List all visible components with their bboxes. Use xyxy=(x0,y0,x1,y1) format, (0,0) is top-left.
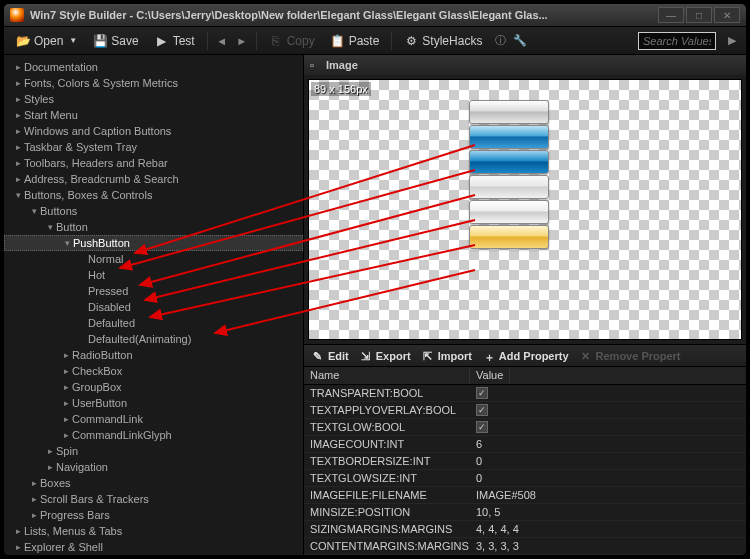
column-value[interactable]: Value xyxy=(470,367,510,384)
tree-item-address-breadcrumb-search[interactable]: ▸Address, Breadcrumb & Search xyxy=(4,171,303,187)
tree-expander-icon[interactable]: ▾ xyxy=(12,190,24,200)
tree-expander-icon[interactable]: ▸ xyxy=(12,62,24,72)
tree-item-hot[interactable]: Hot xyxy=(4,267,303,283)
tree-item-lists-menus-tabs[interactable]: ▸Lists, Menus & Tabs xyxy=(4,523,303,539)
property-value[interactable]: 6 xyxy=(470,438,746,450)
property-value[interactable]: 0 xyxy=(470,455,746,467)
tree-item-spin[interactable]: ▸Spin xyxy=(4,443,303,459)
tree-item-userbutton[interactable]: ▸UserButton xyxy=(4,395,303,411)
tree-item-defaulted[interactable]: Defaulted xyxy=(4,315,303,331)
property-value[interactable]: 3, 3, 3, 3 xyxy=(470,540,746,552)
export-button[interactable]: ⇲Export xyxy=(356,348,416,364)
property-row[interactable]: MINSIZE:POSITION10, 5 xyxy=(304,504,746,521)
property-row[interactable]: CONTENTMARGINS:MARGINS3, 3, 3, 3 xyxy=(304,538,746,555)
tree-item-navigation[interactable]: ▸Navigation xyxy=(4,459,303,475)
edit-button[interactable]: ✎Edit xyxy=(308,348,354,364)
tree-expander-icon[interactable]: ▸ xyxy=(60,414,72,424)
open-button[interactable]: 📂Open▼ xyxy=(10,31,83,51)
image-preview-area[interactable]: 89 x 156px xyxy=(308,79,742,340)
back-button[interactable]: ◄ xyxy=(214,33,230,49)
tree-item-buttons[interactable]: ▾Buttons xyxy=(4,203,303,219)
tree-expander-icon[interactable]: ▸ xyxy=(12,142,24,152)
tree-item-buttons-boxes-controls[interactable]: ▾Buttons, Boxes & Controls xyxy=(4,187,303,203)
tree-item-pushbutton[interactable]: ▾PushButton xyxy=(4,235,303,251)
tree-item-radiobutton[interactable]: ▸RadioButton xyxy=(4,347,303,363)
copy-button[interactable]: ⎘Copy xyxy=(263,31,321,51)
checkbox[interactable]: ✓ xyxy=(476,404,488,416)
property-row[interactable]: SIZINGMARGINS:MARGINS4, 4, 4, 4 xyxy=(304,521,746,538)
search-input[interactable] xyxy=(638,32,716,50)
settings-button[interactable]: 🔧 xyxy=(512,33,528,49)
property-value[interactable]: ✓ xyxy=(470,421,746,433)
checkbox[interactable]: ✓ xyxy=(476,421,488,433)
tree-expander-icon[interactable]: ▸ xyxy=(60,350,72,360)
tree-item-checkbox[interactable]: ▸CheckBox xyxy=(4,363,303,379)
tree-expander-icon[interactable]: ▸ xyxy=(44,462,56,472)
tree-expander-icon[interactable]: ▸ xyxy=(12,94,24,104)
property-row[interactable]: TEXTAPPLYOVERLAY:BOOL✓ xyxy=(304,402,746,419)
info-button[interactable]: ⓘ xyxy=(492,33,508,49)
tree-item-groupbox[interactable]: ▸GroupBox xyxy=(4,379,303,395)
property-row[interactable]: TEXTBORDERSIZE:INT0 xyxy=(304,453,746,470)
properties-grid[interactable]: TRANSPARENT:BOOL✓TEXTAPPLYOVERLAY:BOOL✓T… xyxy=(304,385,746,555)
search-next-button[interactable]: ▶ xyxy=(724,33,740,49)
forward-button[interactable]: ► xyxy=(234,33,250,49)
stylehacks-button[interactable]: ⚙StyleHacks xyxy=(398,31,488,51)
tree-expander-icon[interactable]: ▸ xyxy=(12,78,24,88)
checkbox[interactable]: ✓ xyxy=(476,387,488,399)
property-value[interactable]: 4, 4, 4, 4 xyxy=(470,523,746,535)
test-button[interactable]: ▶Test xyxy=(149,31,201,51)
tree-expander-icon[interactable]: ▸ xyxy=(12,542,24,552)
tree-expander-icon[interactable]: ▸ xyxy=(12,174,24,184)
tree-item-scroll-bars-trackers[interactable]: ▸Scroll Bars & Trackers xyxy=(4,491,303,507)
property-value[interactable]: ✓ xyxy=(470,387,746,399)
property-value[interactable]: 0 xyxy=(470,472,746,484)
tree-expander-icon[interactable]: ▸ xyxy=(60,430,72,440)
tree-expander-icon[interactable]: ▸ xyxy=(28,510,40,520)
save-button[interactable]: 💾Save xyxy=(87,31,144,51)
tree-item-toolbars-headers-and-rebar[interactable]: ▸Toolbars, Headers and Rebar xyxy=(4,155,303,171)
tree-expander-icon[interactable]: ▸ xyxy=(12,526,24,536)
minimize-button[interactable]: — xyxy=(658,7,684,23)
tree-expander-icon[interactable]: ▾ xyxy=(28,206,40,216)
tree-expander-icon[interactable]: ▸ xyxy=(28,478,40,488)
tree-item-taskbar-system-tray[interactable]: ▸Taskbar & System Tray xyxy=(4,139,303,155)
tree-item-disabled[interactable]: Disabled xyxy=(4,299,303,315)
property-row[interactable]: IMAGECOUNT:INT6 xyxy=(304,436,746,453)
tree-item-button[interactable]: ▾Button xyxy=(4,219,303,235)
tree-item-documentation[interactable]: ▸Documentation xyxy=(4,59,303,75)
tree-item-pressed[interactable]: Pressed xyxy=(4,283,303,299)
property-row[interactable]: TEXTGLOWSIZE:INT0 xyxy=(304,470,746,487)
property-value[interactable]: 10, 5 xyxy=(470,506,746,518)
tree-item-normal[interactable]: Normal xyxy=(4,251,303,267)
remove-property-button[interactable]: ✕Remove Propert xyxy=(576,348,686,364)
property-row[interactable]: TRANSPARENT:BOOL✓ xyxy=(304,385,746,402)
tree-item-explorer-shell[interactable]: ▸Explorer & Shell xyxy=(4,539,303,555)
import-button[interactable]: ⇱Import xyxy=(418,348,477,364)
tree-item-styles[interactable]: ▸Styles xyxy=(4,91,303,107)
maximize-button[interactable]: □ xyxy=(686,7,712,23)
property-value[interactable]: ✓ xyxy=(470,404,746,416)
add-property-button[interactable]: ＋Add Property xyxy=(479,348,574,364)
tree-expander-icon[interactable]: ▸ xyxy=(28,494,40,504)
tree-expander-icon[interactable]: ▸ xyxy=(44,446,56,456)
property-value[interactable]: IMAGE#508 xyxy=(470,489,746,501)
tree-item-commandlinkglyph[interactable]: ▸CommandLinkGlyph xyxy=(4,427,303,443)
column-name[interactable]: Name xyxy=(304,367,470,384)
tree-expander-icon[interactable]: ▸ xyxy=(60,398,72,408)
paste-button[interactable]: 📋Paste xyxy=(325,31,386,51)
tree-expander-icon[interactable]: ▾ xyxy=(44,222,56,232)
tree-item-boxes[interactable]: ▸Boxes xyxy=(4,475,303,491)
tree-expander-icon[interactable]: ▸ xyxy=(12,110,24,120)
tree-panel[interactable]: ▸Documentation▸Fonts, Colors & System Me… xyxy=(4,55,304,555)
tree-item-commandlink[interactable]: ▸CommandLink xyxy=(4,411,303,427)
tree-item-fonts-colors-system-metrics[interactable]: ▸Fonts, Colors & System Metrics xyxy=(4,75,303,91)
property-row[interactable]: IMAGEFILE:FILENAMEIMAGE#508 xyxy=(304,487,746,504)
tree-expander-icon[interactable]: ▾ xyxy=(61,238,73,248)
tree-item-defaulted-animating-[interactable]: Defaulted(Animating) xyxy=(4,331,303,347)
property-row[interactable]: TEXTGLOW:BOOL✓ xyxy=(304,419,746,436)
tree-expander-icon[interactable]: ▸ xyxy=(12,158,24,168)
tree-expander-icon[interactable]: ▸ xyxy=(60,366,72,376)
tree-expander-icon[interactable]: ▸ xyxy=(12,126,24,136)
tree-item-progress-bars[interactable]: ▸Progress Bars xyxy=(4,507,303,523)
